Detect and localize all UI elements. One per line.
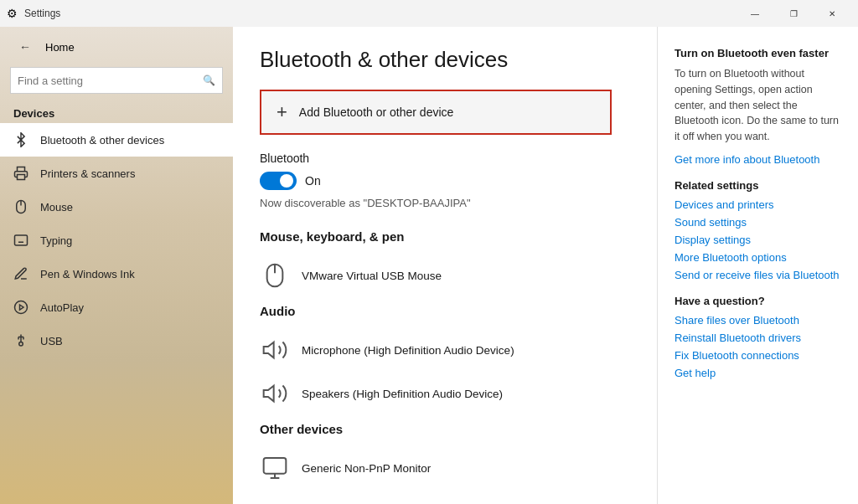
- sidebar-item-label: Pen & Windows Ink: [40, 268, 135, 280]
- bluetooth-label: Bluetooth: [260, 152, 630, 165]
- close-button[interactable]: ✕: [813, 0, 851, 27]
- related-link[interactable]: Display settings: [675, 234, 841, 246]
- related-link[interactable]: Sound settings: [675, 216, 841, 229]
- title-bar: ⚙ Settings — ❐ ✕: [0, 0, 858, 27]
- related-link[interactable]: Send or receive files via Bluetooth: [675, 269, 841, 281]
- sidebar-item-bluetooth[interactable]: Bluetooth & other devices: [0, 123, 233, 157]
- devices-section-label: Devices: [0, 100, 233, 123]
- device-item[interactable]: Microphone (High Definition Audio Device…: [260, 328, 630, 372]
- title-bar-controls: — ❐ ✕: [736, 0, 851, 27]
- add-device-label: Add Bluetooth or other device: [299, 105, 453, 119]
- printer-icon: [13, 166, 30, 181]
- sidebar-nav-top: ← Home: [0, 27, 233, 67]
- main-content: Bluetooth & other devices + Add Bluetoot…: [233, 27, 657, 504]
- device-sections-container: Mouse, keyboard, & pen VMware Virtual US…: [260, 223, 630, 490]
- search-icon: 🔍: [203, 75, 215, 86]
- discoverable-text: Now discoverable as "DESKTOP-BAAJIPA": [260, 197, 630, 209]
- device-item[interactable]: Speakers (High Definition Audio Device): [260, 372, 630, 415]
- settings-icon: ⚙: [7, 7, 18, 20]
- add-device-button[interactable]: + Add Bluetooth or other device: [260, 90, 612, 135]
- related-links-container: Devices and printersSound settingsDispla…: [675, 198, 841, 281]
- question-link[interactable]: Share files over Bluetooth: [675, 314, 841, 327]
- question-link[interactable]: Fix Bluetooth connections: [675, 349, 841, 362]
- sidebar-item-typing[interactable]: Typing: [0, 224, 233, 257]
- sidebar-item-pen[interactable]: Pen & Windows Ink: [0, 257, 233, 291]
- audio-icon: [260, 378, 290, 409]
- sidebar-item-label: AutoPlay: [40, 301, 84, 314]
- device-name: Microphone (High Definition Audio Device…: [302, 344, 514, 357]
- audio-icon: [260, 335, 290, 365]
- related-link[interactable]: More Bluetooth options: [675, 251, 841, 264]
- svg-rect-11: [264, 458, 287, 474]
- title-bar-title: Settings: [24, 8, 60, 19]
- device-item[interactable]: Generic Non-PnP Monitor: [260, 446, 630, 490]
- plus-icon: +: [277, 103, 287, 121]
- mouse_device-icon: [260, 260, 290, 291]
- svg-marker-10: [264, 386, 274, 402]
- svg-marker-9: [264, 342, 274, 358]
- bluetooth-icon: [13, 132, 30, 147]
- sidebar-item-usb[interactable]: USB: [0, 324, 233, 357]
- question-links-container: Share files over BluetoothReinstall Blue…: [675, 314, 841, 379]
- sidebar-item-mouse[interactable]: Mouse: [0, 190, 233, 224]
- sidebar-item-label: Mouse: [40, 201, 73, 213]
- pen-icon: [13, 266, 30, 281]
- svg-point-4: [15, 301, 28, 314]
- sidebar-item-printers[interactable]: Printers & scanners: [0, 157, 233, 190]
- bluetooth-toggle[interactable]: [260, 172, 297, 190]
- bluetooth-toggle-wrapper: On: [260, 172, 630, 190]
- related-link[interactable]: Devices and printers: [675, 198, 841, 211]
- app-body: ← Home 🔍 Devices Bluetooth & other devic…: [0, 27, 858, 504]
- device-name: VMware Virtual USB Mouse: [302, 270, 442, 282]
- page-title: Bluetooth & other devices: [260, 47, 630, 73]
- home-link[interactable]: Home: [45, 41, 75, 54]
- tip-title: Turn on Bluetooth even faster: [675, 47, 841, 59]
- sidebar-item-label: USB: [40, 335, 63, 347]
- sidebar-item-label: Typing: [40, 234, 72, 247]
- svg-rect-0: [18, 175, 25, 180]
- device-item[interactable]: VMware Virtual USB Mouse: [260, 254, 630, 297]
- related-title: Related settings: [675, 179, 841, 192]
- device-name: Speakers (High Definition Audio Device): [302, 388, 503, 400]
- autoplay-icon: [13, 300, 30, 315]
- sidebar-item-label: Printers & scanners: [40, 167, 135, 180]
- device-section-title: Mouse, keyboard, & pen: [260, 229, 630, 244]
- title-bar-left: ⚙ Settings: [7, 7, 60, 20]
- device-section-title: Audio: [260, 304, 630, 318]
- question-link[interactable]: Get help: [675, 367, 841, 379]
- maximize-button[interactable]: ❐: [774, 0, 813, 27]
- question-title: Have a question?: [675, 295, 841, 307]
- search-box[interactable]: 🔍: [10, 67, 223, 94]
- back-button[interactable]: ←: [13, 35, 37, 59]
- sidebar-items-container: Bluetooth & other devices Printers & sca…: [0, 123, 233, 357]
- device-section-title: Other devices: [260, 422, 630, 436]
- usb-icon: [13, 333, 30, 348]
- tip-link[interactable]: Get more info about Bluetooth: [675, 153, 841, 166]
- sidebar-item-autoplay[interactable]: AutoPlay: [0, 291, 233, 324]
- mouse-icon: [13, 199, 30, 214]
- tip-desc: To turn on Bluetooth without opening Set…: [675, 66, 841, 145]
- device-name: Generic Non-PnP Monitor: [302, 462, 431, 475]
- sidebar-item-label: Bluetooth & other devices: [40, 134, 164, 147]
- sidebar: ← Home 🔍 Devices Bluetooth & other devic…: [0, 27, 233, 504]
- svg-marker-5: [20, 305, 24, 310]
- minimize-button[interactable]: —: [736, 0, 774, 27]
- svg-point-6: [19, 342, 23, 347]
- search-input[interactable]: [18, 75, 203, 87]
- question-link[interactable]: Reinstall Bluetooth drivers: [675, 332, 841, 344]
- monitor-icon: [260, 453, 290, 483]
- typing-icon: [13, 233, 30, 248]
- right-panel: Turn on Bluetooth even faster To turn on…: [657, 27, 858, 504]
- toggle-state-label: On: [305, 174, 321, 188]
